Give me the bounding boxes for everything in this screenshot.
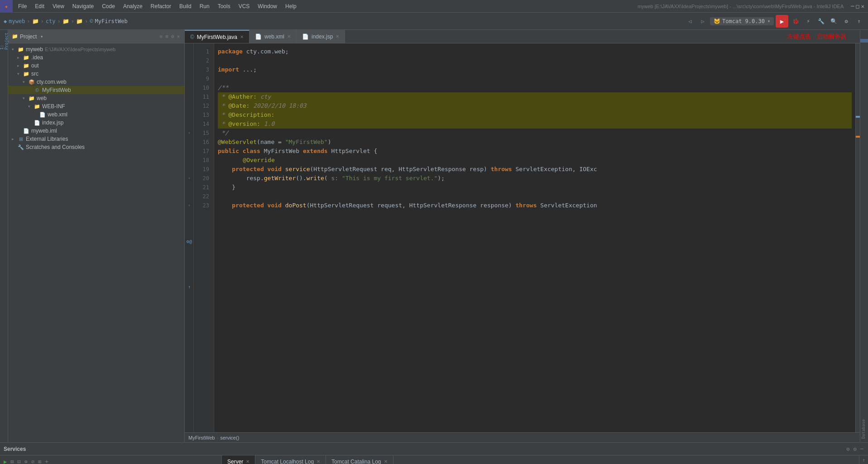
tree-icon-package: 📦 (28, 79, 35, 85)
log-tab-server[interactable]: Server ✕ (222, 455, 255, 464)
vcs-button[interactable]: ↑ (854, 16, 864, 27)
log-tab-close-catalina[interactable]: ✕ (384, 459, 388, 464)
right-scroll-thumb[interactable] (860, 39, 868, 43)
scroll-indicator-1 (856, 116, 860, 118)
tree-item-src[interactable]: ▾ 📁 src (8, 70, 184, 78)
menu-edit[interactable]: Edit (31, 2, 48, 11)
project-close-button[interactable]: ✕ (176, 33, 181, 40)
tree-item-indexjsp[interactable]: 📄 index.jsp (8, 119, 184, 127)
services-run-button[interactable]: ▶ (3, 458, 8, 464)
menu-file[interactable]: File (14, 2, 30, 11)
tab-close-indexjsp[interactable]: ✕ (336, 34, 339, 39)
services-add-button[interactable]: + (44, 458, 49, 464)
coverage-button[interactable]: ⚡ (803, 16, 814, 27)
tab-icon-myfirstweb: © (190, 34, 194, 40)
log-tab-localhost[interactable]: Tomcat Localhost Log ✕ (255, 455, 326, 464)
back-button[interactable]: ◁ (685, 16, 695, 27)
menu-refactor[interactable]: Refactor (147, 2, 175, 11)
code-line-10: /** (218, 83, 852, 92)
code-line-18: @Override (218, 156, 852, 165)
log-tab-close-localhost[interactable]: ✕ (317, 459, 320, 464)
tree-item-extlibs[interactable]: ▸ ⊞ External Libraries (8, 135, 184, 143)
bc-service[interactable]: service() (220, 435, 239, 440)
services-collapse-all[interactable]: ⊞ (10, 458, 14, 464)
fold-method[interactable]: ▾ (185, 201, 194, 210)
tab-webxml[interactable]: 📄 web.xml ✕ (249, 30, 297, 43)
run-button[interactable]: ▶ (776, 15, 788, 28)
log-tabs: Server ✕ Tomcat Localhost Log ✕ Tomcat C… (222, 455, 859, 464)
nav-myweb[interactable]: myweb (9, 18, 25, 24)
tree-item-webinf[interactable]: ▾ 📁 WEB-INF (8, 102, 184, 110)
menu-help[interactable]: Help (282, 2, 300, 11)
ln-8: 13 (196, 110, 212, 120)
project-panel-tools: ⊙ ≡ ⚙ ✕ (159, 33, 181, 40)
log-tab-close-server[interactable]: ✕ (246, 459, 249, 464)
run-config-selector[interactable]: 🐱 Tomcat 9.0.30 ▾ (710, 17, 774, 25)
log-tab-catalina[interactable]: Tomcat Catalina Log ✕ (326, 455, 393, 464)
editor-scrollbar[interactable] (855, 43, 860, 432)
debug-button[interactable]: 🐞 (790, 16, 801, 27)
menu-code[interactable]: Code (98, 2, 119, 11)
tree-item-package[interactable]: ▾ 📦 cty.com.web (8, 78, 184, 86)
code-line-13: * @Description: (218, 110, 852, 120)
menu-analyze[interactable]: Analyze (120, 2, 146, 11)
fold-javadoc[interactable]: ▾ (185, 129, 194, 138)
tree-icon-myweb: 📁 (17, 47, 24, 53)
ln-1: 1 (196, 47, 212, 56)
tree-item-idea[interactable]: ▸ 📁 .idea (8, 53, 184, 62)
services-settings-button[interactable]: ⚙ (845, 445, 850, 453)
settings-button[interactable]: ⚙ (841, 16, 852, 27)
menu-build[interactable]: Build (176, 2, 195, 11)
menu-tools[interactable]: Tools (214, 2, 234, 11)
maximize-button[interactable]: □ (856, 3, 859, 10)
tab-close-myfirstweb[interactable]: ✕ (240, 34, 244, 39)
ln-6: 11 (196, 92, 212, 101)
database-label[interactable]: Database (860, 416, 868, 442)
project-settings-button[interactable]: ⚙ (170, 33, 175, 40)
project-collapse-button[interactable]: ≡ (164, 33, 169, 40)
bc-myfirstweb[interactable]: MyFirstWeb (188, 435, 215, 440)
tab-indexjsp[interactable]: 📄 index.jsp ✕ (297, 30, 345, 43)
tree-arrow-idea: ▸ (17, 55, 23, 60)
services-gear-button[interactable]: ⚙ (853, 445, 858, 453)
code-content[interactable]: package cty.com.web; import ...; /** * @… (214, 43, 855, 432)
code-line-15: */ (218, 129, 852, 138)
services-sort-button[interactable]: ⊞ (37, 458, 42, 464)
gutter-debug-19[interactable]: ⚙@ (185, 237, 194, 246)
services-group-button[interactable]: ⊕ (24, 458, 29, 464)
project-sync-button[interactable]: ⊙ (159, 33, 164, 40)
profile-button[interactable]: 🔧 (815, 16, 826, 27)
tree-icon-mywebiml: 📄 (23, 128, 30, 134)
tab-close-webxml[interactable]: ✕ (287, 34, 291, 39)
fold-class[interactable]: ▾ (185, 174, 194, 183)
menu-window[interactable]: Window (254, 2, 281, 11)
services-filter-button[interactable]: ⊘ (30, 458, 35, 464)
close-button[interactable]: ✕ (861, 3, 864, 10)
sidebar-project-icon[interactable]: 1: Project (0, 32, 8, 50)
nav-cty[interactable]: cty (46, 18, 56, 24)
tab-myfirstweb[interactable]: © MyFirstWeb.java ✕ (185, 30, 249, 43)
find-button[interactable]: 🔍 (828, 16, 839, 27)
menu-run[interactable]: Run (196, 2, 213, 11)
run-config-dropdown-icon[interactable]: ▾ (767, 19, 770, 24)
code-line-16: @WebServlet(name = "MyFirstWeb") (218, 138, 852, 147)
menu-vcs[interactable]: VCS (235, 2, 254, 11)
tree-item-scratches[interactable]: 🔧 Scratches and Consoles (8, 143, 184, 151)
services-close-button[interactable]: ─ (859, 445, 864, 453)
tree-item-out[interactable]: ▸ 📁 out (8, 62, 184, 70)
tree-item-webxml[interactable]: 📄 web.xml (8, 110, 184, 119)
tree-item-web[interactable]: ▾ 📁 web (8, 94, 184, 102)
minimize-button[interactable]: ─ (851, 3, 854, 10)
log-scroll-up[interactable]: ↑ (862, 457, 865, 463)
tree-item-myweb[interactable]: ▾ 📁 myweb E:\JAVAXX\IdeaProjects\myweb (8, 45, 184, 53)
tree-item-mywebiml[interactable]: 📄 myweb.iml (8, 127, 184, 135)
nav-classname[interactable]: MyFirstWeb (95, 18, 127, 24)
gutter-debug-23[interactable]: ↑ (185, 282, 194, 292)
project-panel-dropdown[interactable]: ▾ (40, 34, 43, 39)
services-expand-all[interactable]: ⊟ (16, 458, 21, 464)
tree-item-myfirstweb[interactable]: © MyFirstWeb (8, 86, 184, 94)
menu-view[interactable]: View (49, 2, 68, 11)
code-line-14: * @version: 1.0 (218, 120, 852, 129)
menu-navigate[interactable]: Navigate (69, 2, 97, 11)
forward-button[interactable]: ▷ (697, 16, 708, 27)
